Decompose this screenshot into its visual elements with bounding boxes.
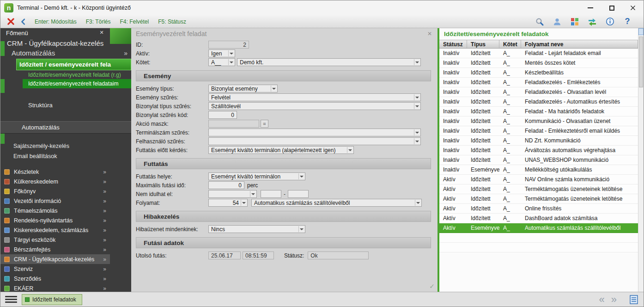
aktiv-dropdown[interactable]: Igen	[208, 49, 235, 57]
sidebar-selected-group-automatizalas[interactable]: Automatizálás	[0, 121, 131, 134]
folyamat-code-dropdown[interactable]: 54	[208, 199, 248, 207]
sidebar-close-icon[interactable]	[98, 29, 105, 37]
shortcut-label[interactable]: F5: Státusz	[158, 18, 186, 25]
close-button[interactable]	[622, 0, 644, 15]
hamburger-menu-button[interactable]	[5, 295, 17, 305]
task-row[interactable]: Inaktív Időzített A_ Feladat - Emlékezte…	[439, 126, 638, 136]
task-name: Feladat - Emlékeztetésről email küldés	[521, 128, 638, 134]
folyamat-name-dropdown[interactable]: Automatikus számlázás szállítólevélből	[251, 199, 422, 207]
minimize-button[interactable]	[580, 0, 601, 15]
sidebar-module-item[interactable]: Szerviz	[0, 264, 110, 274]
sidebar-module-item[interactable]: Témaelszámolás	[0, 206, 110, 215]
scrollbar-thumb[interactable]	[639, 37, 643, 87]
help-button[interactable]: ?	[622, 17, 632, 27]
window-title: Terminal - Demó kft. - k - Központi ügyi…	[17, 5, 131, 11]
task-row[interactable]: Inaktív Időzített A_ Mentés összes kötet	[439, 58, 638, 68]
column-header-folyamat-neve[interactable]: Folyamat neve	[521, 40, 638, 48]
sidebar-module-item[interactable]: Vezetői információ	[0, 196, 110, 206]
task-row[interactable]: Inaktív Időzített A_ Feladat - Ma határi…	[439, 107, 638, 117]
sidebar-module-item[interactable]: Készletek	[0, 167, 110, 177]
task-row[interactable]: Aktív Eseményvez. A_ Automatikus számláz…	[439, 223, 638, 233]
esemeny-szures-dropdown[interactable]: Felvétel	[208, 93, 421, 101]
bizonylat-kod-field[interactable]: 0	[208, 111, 237, 119]
form-body: ID: 2 Aktív: Igen Kötet: A__ Demó kft. E…	[131, 39, 437, 292]
maximize-button[interactable]	[601, 0, 622, 15]
futtatas-helye-dropdown[interactable]: Eseményt kiváltó terminálon	[208, 172, 305, 180]
sidebar-module-item[interactable]: Tárgyi eszközök	[0, 235, 110, 245]
task-row[interactable]: Aktív Időzített A_ Online frissítés	[439, 204, 638, 214]
next-page-icon[interactable]	[611, 294, 617, 306]
previous-page-icon[interactable]	[599, 294, 605, 306]
modules-button[interactable]	[570, 17, 580, 27]
kotet-name-dropdown[interactable]: Demó kft.	[237, 58, 421, 66]
column-header-statusz[interactable]: Státusz	[439, 40, 467, 48]
task-name: Készletbeállítás	[521, 69, 638, 76]
sidebar-module-item[interactable]: Külkereskedelem	[0, 177, 110, 186]
sidebar-module-item[interactable]: CRM - Ügyfélkapcsolat-kezelés	[0, 254, 110, 264]
task-type: Időzített	[467, 196, 499, 202]
tab-idozitett-feladatok[interactable]: Időzített feladatok	[22, 294, 82, 305]
task-row[interactable]: Inaktív Időzített A_ Feladat - Lejárt fe…	[439, 49, 638, 58]
sidebar-item-struktura[interactable]: Struktúra	[0, 99, 131, 111]
id-field[interactable]: 2	[208, 41, 249, 49]
task-row[interactable]: Aktív Időzített A_ Terméktámogatás üzene…	[439, 194, 638, 204]
sidebar-subitem-feladat-rg[interactable]: Időzített/eseményvezérelt feladat (r.g)	[0, 70, 131, 79]
bizonylat-tipus-dropdown[interactable]: Szállítólevél	[208, 102, 421, 110]
max-futasi-ido-field[interactable]: 0	[208, 181, 244, 189]
task-row[interactable]: Inaktív Eseményvez. A_ Mellékköltség utó…	[439, 165, 638, 175]
back-button[interactable]	[17, 16, 30, 27]
task-row[interactable]: Inaktív Időzített A_ Készletbeállítás	[439, 68, 638, 78]
shortcut-label[interactable]: F3: Törlés	[86, 18, 111, 25]
sidebar-subitem-feladataim[interactable]: Időzített/eseményvezérelt feladataim	[23, 79, 131, 88]
sidebar-accent-decoration	[0, 79, 5, 93]
terminalszam-dropdown[interactable]	[208, 129, 421, 136]
nem-indulhat-dropdown[interactable]	[208, 190, 257, 198]
module-label: Főkönyv	[14, 188, 103, 195]
user-button[interactable]	[552, 17, 562, 27]
task-volume: A_	[499, 137, 521, 144]
akcio-maszk-edit-button[interactable]: =	[261, 120, 268, 128]
sidebar-module-item[interactable]: Szerződés	[0, 274, 110, 283]
shortcut-label[interactable]: F4: Felvétel	[120, 18, 149, 25]
search-button[interactable]	[535, 17, 545, 27]
scrollbar-top-button[interactable]	[638, 28, 644, 35]
sidebar-group-automatizalas[interactable]: Automatizálás	[0, 48, 131, 59]
task-row[interactable]: Inaktív Időzített A_ Kommunikáció - Olva…	[439, 117, 638, 126]
task-row[interactable]: Inaktív Időzített A_ Feladatkezelés - Au…	[439, 97, 638, 107]
akcio-maszk-field[interactable]	[208, 120, 259, 128]
task-row[interactable]: Inaktív Időzített A_ UNAS_WEBSHOP kommun…	[439, 155, 638, 165]
sidebar-module-item[interactable]: EKÁER	[0, 283, 110, 292]
sidebar-item-idozitett-esemenyvezerelt[interactable]: Időzített / eseményvezérelt fela	[16, 59, 131, 70]
sidebar-module-item[interactable]: Rendelés-nyilvántartás	[0, 215, 110, 225]
nem-indulhat-tol-field[interactable]	[261, 190, 281, 198]
nem-indulhat-ig-field[interactable]	[288, 190, 309, 198]
column-header-tipus[interactable]: Típus	[467, 40, 499, 48]
exit-button[interactable]	[4, 16, 17, 27]
task-row[interactable]: Aktív Időzített A_ DashBoard adatok szám…	[439, 214, 638, 223]
sidebar-module-item[interactable]: Főkönyv	[0, 186, 110, 196]
sidebar-link-item[interactable]: Email beállítások	[0, 151, 131, 161]
form-close-icon[interactable]	[427, 31, 432, 37]
task-row[interactable]: Inaktív Időzített A_ Feladatkezelés - Ol…	[439, 87, 638, 97]
chevron-right-icon	[103, 217, 106, 224]
kotet-code-dropdown[interactable]: A__	[208, 58, 235, 66]
task-row[interactable]: Aktív Időzített A_ Terméktámogatás üzene…	[439, 184, 638, 194]
task-row[interactable]: Aktív Időzített A_ NAV Online számla kom…	[439, 175, 638, 184]
column-header-kotet[interactable]: Kötet	[499, 40, 521, 48]
chevron-right-icon	[103, 178, 106, 185]
sidebar-link-item[interactable]: Sajátszemély-kezelés	[0, 141, 131, 151]
sidebar-module-item[interactable]: Bérszámfejtés	[0, 245, 110, 254]
hibauzenet-dropdown[interactable]: Nincs	[208, 225, 305, 233]
esemeny-tipus-dropdown[interactable]: Bizonylat esemény	[208, 85, 278, 92]
task-row[interactable]: Inaktív Időzített A_ ND Zrt. Kommunikáci…	[439, 136, 638, 146]
scrollbar[interactable]	[638, 28, 644, 292]
sidebar-module-item[interactable]: Kiskereskedelem, számlázás	[0, 225, 110, 235]
shortcut-label[interactable]: Enter: Módosítás	[35, 18, 77, 25]
task-row[interactable]: Inaktív Időzített A_ Árváltozás automati…	[439, 146, 638, 155]
transfer-button[interactable]	[587, 17, 597, 27]
task-row[interactable]: Inaktív Időzített A_ Feladatkezelés - Em…	[439, 78, 638, 87]
futtatas-kerdes-dropdown[interactable]: Eseményt kiváltó terminálon (alapértelme…	[208, 146, 354, 154]
list-view-button[interactable]	[630, 295, 639, 305]
felhasznalo-dropdown[interactable]	[208, 137, 421, 145]
info-button[interactable]	[605, 17, 615, 27]
